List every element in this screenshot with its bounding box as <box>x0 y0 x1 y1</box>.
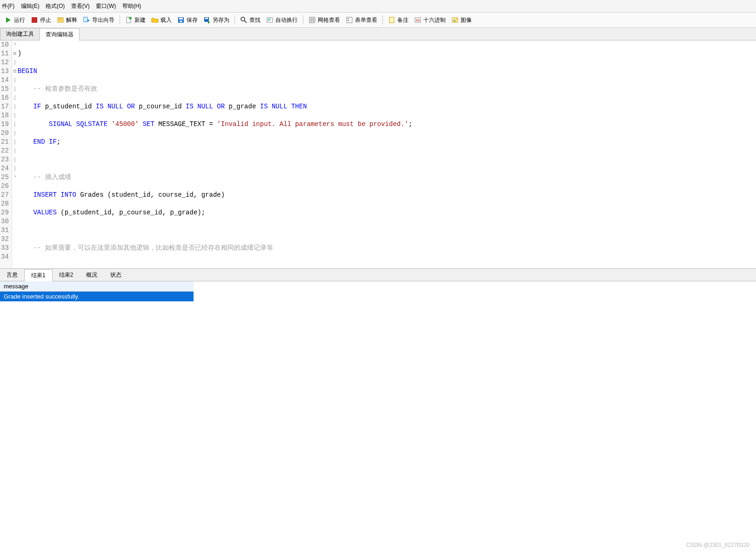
find-button[interactable]: 查找 <box>237 15 263 25</box>
stop-icon <box>31 16 38 24</box>
svg-rect-13 <box>205 18 208 19</box>
explain-label: 解释 <box>66 16 77 24</box>
toolbar-separator <box>382 15 383 25</box>
result-tabs: 言息 结果1 结果2 概况 状态 <box>0 268 756 281</box>
run-label: 运行 <box>14 16 25 24</box>
svg-rect-24 <box>348 18 349 19</box>
export-button[interactable]: 导出向导 <box>80 15 117 25</box>
tab-status[interactable]: 状态 <box>104 269 128 281</box>
svg-rect-23 <box>347 17 352 23</box>
new-icon <box>125 16 133 24</box>
stop-label: 停止 <box>40 16 51 24</box>
save-label: 保存 <box>187 16 198 24</box>
export-icon <box>83 16 90 24</box>
grid-button[interactable]: 网格查看 <box>306 15 343 25</box>
saveas-icon <box>203 16 211 24</box>
svg-rect-17 <box>267 18 273 22</box>
wrap-label: 自动换行 <box>275 16 298 24</box>
note-label: 备注 <box>397 16 408 24</box>
tab-query-editor[interactable]: 查询编辑器 <box>40 28 80 40</box>
svg-rect-5 <box>84 17 87 22</box>
toolbar-separator <box>303 15 303 25</box>
svg-rect-29 <box>452 18 458 22</box>
toolbar: 运行 停止 解释 导出向导 新建 载入 保存 另存为 查找 自动换行 网格查看 … <box>0 13 756 28</box>
svg-marker-0 <box>6 17 11 23</box>
image-label: 图像 <box>461 16 472 24</box>
form-icon <box>346 16 353 24</box>
svg-rect-3 <box>59 19 62 19</box>
menu-help[interactable]: 帮助(H) <box>122 3 141 9</box>
menu-edit[interactable]: 编辑(E) <box>21 3 40 9</box>
explain-icon <box>57 16 64 24</box>
line-gutter: 1011121314151617181920212223242526272829… <box>0 40 12 268</box>
tab-result2[interactable]: 结果2 <box>53 269 80 281</box>
result-grid[interactable]: message Grade inserted successfully. <box>0 281 756 301</box>
image-button[interactable]: 图像 <box>448 15 475 25</box>
tab-info[interactable]: 言息 <box>0 269 24 281</box>
play-icon <box>5 16 12 24</box>
svg-point-8 <box>129 17 132 20</box>
svg-line-16 <box>244 20 247 23</box>
svg-rect-1 <box>32 17 37 23</box>
sql-editor[interactable]: 1011121314151617181920212223242526272829… <box>0 40 756 268</box>
hex-label: 十六进制 <box>423 16 446 24</box>
svg-point-31 <box>456 19 457 20</box>
saveas-label: 另存为 <box>213 16 229 24</box>
menu-bar: 件(F) 编辑(E) 格式(O) 查看(V) 窗口(W) 帮助(H) <box>0 0 756 13</box>
svg-marker-14 <box>208 21 210 24</box>
wrap-button[interactable]: 自动换行 <box>263 15 301 25</box>
menu-file[interactable]: 件(F) <box>2 3 14 9</box>
svg-marker-6 <box>87 19 90 22</box>
form-button[interactable]: 表单查看 <box>343 15 380 25</box>
tab-query-builder[interactable]: 询创建工具 <box>0 28 40 40</box>
toolbar-separator <box>234 15 235 25</box>
load-label: 载入 <box>161 16 172 24</box>
tab-result1[interactable]: 结果1 <box>24 269 53 281</box>
menu-view[interactable]: 查看(V) <box>71 3 90 9</box>
svg-rect-11 <box>180 20 182 22</box>
explain-button[interactable]: 解释 <box>54 15 80 25</box>
save-icon <box>177 16 185 24</box>
svg-rect-25 <box>348 20 349 21</box>
find-label: 查找 <box>249 16 261 24</box>
svg-rect-4 <box>59 20 62 20</box>
form-label: 表单查看 <box>355 16 377 24</box>
image-icon <box>451 16 459 24</box>
hex-icon: 0A <box>414 16 421 24</box>
new-button[interactable]: 新建 <box>122 15 148 25</box>
svg-rect-18 <box>309 17 315 23</box>
stop-button[interactable]: 停止 <box>28 15 54 25</box>
svg-rect-10 <box>179 18 183 20</box>
svg-point-15 <box>241 17 245 21</box>
note-icon <box>388 16 395 24</box>
editor-tabs: 询创建工具 查询编辑器 <box>0 28 756 40</box>
load-button[interactable]: 载入 <box>148 15 174 25</box>
saveas-button[interactable]: 另存为 <box>201 15 232 25</box>
menu-window[interactable]: 窗口(W) <box>96 3 116 9</box>
grid-label: 网格查看 <box>318 16 340 24</box>
folder-icon <box>151 16 159 24</box>
tab-overview[interactable]: 概况 <box>80 269 104 281</box>
hex-button[interactable]: 0A十六进制 <box>411 15 448 25</box>
column-header-message[interactable]: message <box>0 281 194 292</box>
fold-gutter: └⊟│⊟│││││││││││└ <box>12 40 18 268</box>
wrap-icon <box>266 16 274 24</box>
result-row[interactable]: Grade inserted successfully. <box>0 292 194 301</box>
toolbar-separator <box>120 15 120 25</box>
menu-format[interactable]: 格式(O) <box>46 3 65 9</box>
grid-icon <box>308 16 316 24</box>
search-icon <box>240 16 248 24</box>
save-button[interactable]: 保存 <box>174 15 201 25</box>
svg-text:0A: 0A <box>416 19 420 22</box>
svg-rect-26 <box>389 17 394 23</box>
code-area[interactable]: ) BEGIN -- 检查参数是否有效 IF p_student_id IS N… <box>18 40 756 268</box>
note-button[interactable]: 备注 <box>385 15 411 25</box>
run-button[interactable]: 运行 <box>2 15 28 25</box>
export-label: 导出向导 <box>92 16 114 24</box>
new-label: 新建 <box>134 16 146 24</box>
